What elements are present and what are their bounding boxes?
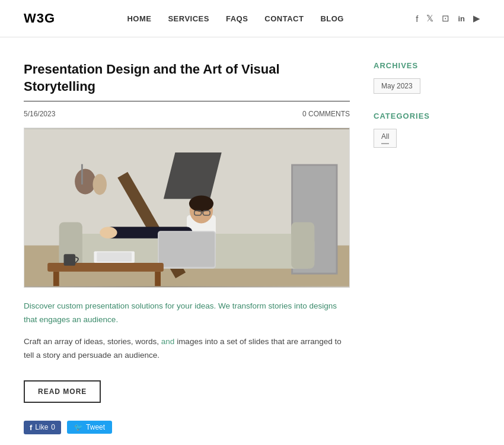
read-more-button[interactable]: READ MORE xyxy=(24,380,101,403)
svg-rect-27 xyxy=(64,254,76,266)
svg-rect-26 xyxy=(97,253,132,262)
svg-rect-8 xyxy=(81,164,83,185)
svg-rect-23 xyxy=(53,272,59,286)
svg-rect-11 xyxy=(291,223,314,269)
post-title: Presentation Design and the Art of Visua… xyxy=(24,61,350,95)
post-date: 5/16/2023 xyxy=(24,110,55,118)
svg-point-6 xyxy=(75,169,95,195)
svg-rect-16 xyxy=(159,232,215,267)
nav-contact[interactable]: CONTACT xyxy=(264,14,304,23)
post-excerpt-1: Discover custom presentation solutions f… xyxy=(24,300,350,327)
tweet-button[interactable]: 🐦 Tweet xyxy=(67,421,112,434)
category-all[interactable]: All xyxy=(374,129,397,148)
archives-title: ARCHIVES xyxy=(374,61,480,70)
sidebar: ARCHIVES May 2023 CATEGORIES All xyxy=(374,61,480,434)
post-excerpt-2: Craft an array of ideas, stories, words,… xyxy=(24,335,350,363)
highlight-text: and xyxy=(161,337,175,346)
social-links: f 𝕏 ⊡ in ▶ xyxy=(416,13,480,24)
main-layout: Presentation Design and the Art of Visua… xyxy=(0,37,504,445)
post-image xyxy=(24,128,350,288)
categories-section: CATEGORIES All xyxy=(374,112,480,148)
facebook-link[interactable]: f xyxy=(416,14,418,24)
archives-section: ARCHIVES May 2023 xyxy=(374,61,480,94)
archive-may-2023[interactable]: May 2023 xyxy=(374,78,420,94)
tweet-label: Tweet xyxy=(86,423,105,431)
svg-point-14 xyxy=(100,227,117,239)
nav-blog[interactable]: BLOG xyxy=(320,14,344,23)
fb-like-count: 0 xyxy=(51,423,55,431)
categories-title: CATEGORIES xyxy=(374,112,480,120)
svg-point-7 xyxy=(92,174,106,195)
site-logo[interactable]: W3G xyxy=(24,11,55,26)
main-nav: HOME SERVICES FAQS CONTACT BLOG xyxy=(127,13,344,24)
fb-like-label: Like xyxy=(35,423,48,431)
title-divider xyxy=(24,101,350,101)
nav-faqs[interactable]: FAQS xyxy=(226,14,248,23)
nav-home[interactable]: HOME xyxy=(127,14,151,23)
content-area: Presentation Design and the Art of Visua… xyxy=(24,61,350,434)
site-header: W3G HOME SERVICES FAQS CONTACT BLOG f 𝕏 … xyxy=(0,0,504,37)
nav-services[interactable]: SERVICES xyxy=(168,14,209,23)
linkedin-link[interactable]: in xyxy=(458,14,465,23)
post-comments: 0 COMMENTS xyxy=(302,110,350,118)
facebook-logo: f xyxy=(30,423,32,432)
youtube-link[interactable]: ▶ xyxy=(473,13,480,24)
instagram-link[interactable]: ⊡ xyxy=(442,13,449,24)
facebook-like-button[interactable]: f Like 0 xyxy=(24,421,61,434)
post-meta: 5/16/2023 0 COMMENTS xyxy=(24,110,350,118)
svg-rect-24 xyxy=(155,272,161,286)
svg-point-18 xyxy=(189,196,213,212)
social-share-bar: f Like 0 🐦 Tweet xyxy=(24,421,350,434)
twitter-bird-icon: 🐦 xyxy=(74,423,83,431)
twitter-link[interactable]: 𝕏 xyxy=(426,13,433,24)
